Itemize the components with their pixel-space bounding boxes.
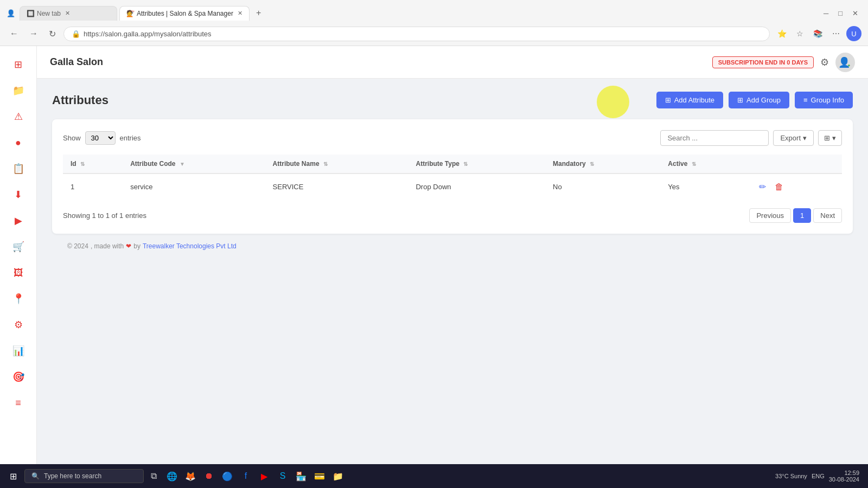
next-button[interactable]: Next xyxy=(813,208,842,223)
add-group-button[interactable]: ⊞ Add Group xyxy=(729,92,789,108)
sidebar-item-image-stack[interactable]: 🖼 xyxy=(7,261,30,285)
sidebar-item-cart[interactable]: 🛒 xyxy=(7,235,30,259)
sidebar-item-folder[interactable]: 📁 xyxy=(7,79,30,102)
record-icon: ● xyxy=(15,137,21,149)
gear-icon[interactable]: ⚙ xyxy=(820,56,829,68)
previous-button[interactable]: Previous xyxy=(749,208,791,223)
page-content: Attributes ⊞ Add Attribute ⊞ Add Group ≡… xyxy=(37,79,868,272)
sort-icon-id: ⇅ xyxy=(80,161,85,167)
sidebar-item-list[interactable]: ≡ xyxy=(7,391,30,415)
pagination-row: Showing 1 to 1 of 1 entries Previous 1 N… xyxy=(63,208,842,223)
sidebar-item-analytics[interactable]: 📊 xyxy=(7,339,30,363)
settings-icon: ⚙ xyxy=(14,319,23,331)
sidebar-item-alert[interactable]: ⚠ xyxy=(7,105,30,129)
sidebar-item-location[interactable]: 📍 xyxy=(7,287,30,311)
browser-tab-newtab[interactable]: 🔲 New tab ✕ xyxy=(20,6,117,21)
sidebar-item-media[interactable]: ▶ xyxy=(7,209,30,233)
app-title: Galla Salon xyxy=(50,56,103,68)
cell-mandatory: No xyxy=(545,174,660,200)
search-input[interactable] xyxy=(660,130,769,146)
sidebar: ⊞ 📁 ⚠ ● 📋 ⬇ ▶ 🛒 🖼 📍 ⚙ xyxy=(0,46,37,478)
report-icon: 📋 xyxy=(12,163,24,175)
list-icon: ≡ xyxy=(15,397,21,409)
taskbar-record-icon[interactable]: ⏺ xyxy=(201,468,216,484)
taskbar-wallet-icon[interactable]: 💳 xyxy=(312,468,327,484)
taskbar-youtube-icon[interactable]: ▶ xyxy=(257,468,272,484)
col-attribute-type[interactable]: Attribute Type ⇅ xyxy=(408,155,545,174)
browser-tab-attributes[interactable]: 💇 Attributes | Salon & Spa Manager ✕ xyxy=(119,6,250,21)
minimize-button[interactable]: ─ xyxy=(820,8,832,18)
taskbar-files-icon[interactable]: 📁 xyxy=(330,468,346,484)
table-header: Id ⇅ Attribute Code ▼ Attribute Name ⇅ xyxy=(63,155,842,174)
pagination-buttons: Previous 1 Next xyxy=(749,208,842,223)
export-button[interactable]: Export ▾ xyxy=(773,130,814,146)
favorites-button[interactable]: ☆ xyxy=(793,27,807,40)
view-toggle-button[interactable]: ⊞ ▾ xyxy=(818,130,842,146)
collections-button[interactable]: 📚 xyxy=(810,27,826,40)
taskbar-edge-icon[interactable]: 🌐 xyxy=(164,468,180,484)
page-actions: ⊞ Add Attribute ⊞ Add Group ≡ Group Info xyxy=(656,92,853,108)
extensions-button[interactable]: ⭐ xyxy=(774,27,790,40)
add-attribute-icon: ⊞ xyxy=(665,96,671,104)
target-icon: 🎯 xyxy=(12,371,24,383)
grid-icon: ⊞ xyxy=(824,134,830,142)
col-attribute-name[interactable]: Attribute Name ⇅ xyxy=(265,155,409,174)
refresh-button[interactable]: ↻ xyxy=(46,27,59,41)
address-bar[interactable]: 🔒 https://salon.galla.app/mysalon/attrib… xyxy=(63,27,770,41)
close-tab-icon[interactable]: ✕ xyxy=(65,10,70,17)
start-button[interactable]: ⊞ xyxy=(4,468,22,485)
cell-id: 1 xyxy=(63,174,123,200)
taskbar-store-icon[interactable]: 🏪 xyxy=(293,468,309,484)
delete-row-button[interactable]: 🗑 xyxy=(771,181,787,193)
taskbar-fb-icon[interactable]: f xyxy=(238,468,253,484)
col-id[interactable]: Id ⇅ xyxy=(63,155,123,174)
footer-made-with: , made with xyxy=(91,242,124,250)
edit-row-button[interactable]: ✏ xyxy=(756,181,769,193)
footer: © 2024 , made with ❤ by Treewalker Techn… xyxy=(52,234,853,259)
taskbar-skype-icon[interactable]: S xyxy=(275,468,290,484)
main-content: Galla Salon SUBSCRIPTION END IN 0 DAYS ⚙… xyxy=(37,46,868,478)
sidebar-item-target[interactable]: 🎯 xyxy=(7,365,30,389)
col-active[interactable]: Active ⇅ xyxy=(660,155,748,174)
entries-select[interactable]: 10 25 30 50 100 xyxy=(85,131,116,145)
browser-menu-button[interactable]: ⋯ xyxy=(829,27,843,40)
analytics-icon: 📊 xyxy=(12,345,24,357)
forward-button[interactable]: → xyxy=(26,27,41,41)
table-body: 1 service SERVICE Drop Down No Yes ✏ 🗑 xyxy=(63,174,842,200)
new-tab-button[interactable]: + xyxy=(252,6,265,20)
cell-attribute-type: Drop Down xyxy=(408,174,545,200)
sidebar-item-download[interactable]: ⬇ xyxy=(7,183,30,207)
sidebar-item-report[interactable]: 📋 xyxy=(7,157,30,181)
group-info-button[interactable]: ≡ Group Info xyxy=(795,92,853,108)
header-right: SUBSCRIPTION END IN 0 DAYS ⚙ 👤 ● xyxy=(712,53,855,72)
location-icon: 📍 xyxy=(12,293,24,305)
folder-icon: 📁 xyxy=(12,85,24,97)
avatar: 👤 ● xyxy=(835,53,855,72)
taskbar-right: 33°C Sunny ENG 12:59 30-08-2024 xyxy=(771,470,864,483)
col-attribute-code[interactable]: Attribute Code ▼ xyxy=(123,155,265,174)
col-mandatory[interactable]: Mandatory ⇅ xyxy=(545,155,660,174)
close-active-tab-icon[interactable]: ✕ xyxy=(238,10,242,17)
media-icon: ▶ xyxy=(15,215,22,227)
maximize-button[interactable]: □ xyxy=(835,8,846,18)
taskbar-apps: ⧉ 🌐 🦊 ⏺ 🔵 f ▶ S 🏪 💳 📁 xyxy=(146,468,346,484)
table-row: 1 service SERVICE Drop Down No Yes ✏ 🗑 xyxy=(63,174,842,200)
page-1-button[interactable]: 1 xyxy=(793,208,811,223)
taskbar-chrome-icon[interactable]: 🔵 xyxy=(220,468,235,484)
taskbar-time: 12:59 xyxy=(829,470,859,476)
sidebar-item-settings[interactable]: ⚙ xyxy=(7,313,30,337)
sidebar-item-dashboard[interactable]: ⊞ xyxy=(7,53,30,76)
back-button[interactable]: ← xyxy=(7,27,22,41)
taskbar-search-box[interactable]: 🔍 Type here to search xyxy=(24,469,144,483)
sidebar-item-record[interactable]: ● xyxy=(7,131,30,155)
dashboard-icon: ⊞ xyxy=(14,59,22,70)
footer-company-link[interactable]: Treewalker Technologies Pvt Ltd xyxy=(143,242,237,250)
profile-button[interactable]: U xyxy=(846,26,861,41)
add-attribute-button[interactable]: ⊞ Add Attribute xyxy=(656,92,723,108)
cell-row-actions: ✏ 🗑 xyxy=(748,174,842,200)
image-stack-icon: 🖼 xyxy=(14,267,23,279)
heart-icon: ❤ xyxy=(126,242,131,250)
close-window-button[interactable]: ✕ xyxy=(849,8,861,18)
taskbar-firefox-icon[interactable]: 🦊 xyxy=(183,468,198,484)
taskbar-multidesktop-icon[interactable]: ⧉ xyxy=(146,468,161,484)
